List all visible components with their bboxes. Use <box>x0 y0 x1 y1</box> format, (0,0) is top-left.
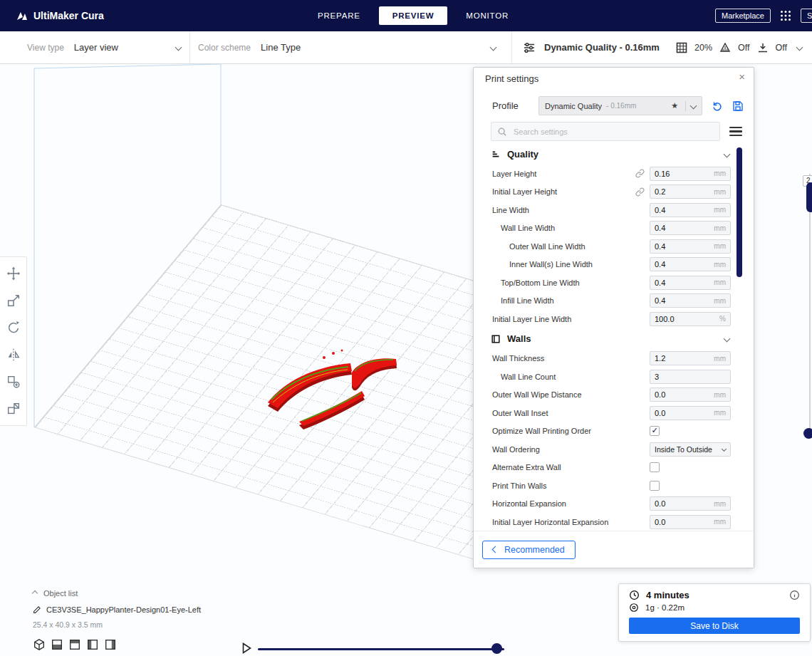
info-icon[interactable] <box>789 590 800 600</box>
model-preview <box>268 350 397 430</box>
setting-row: Initial Layer Horizontal Expansion 0.0 m… <box>474 513 754 531</box>
search-icon <box>497 127 507 137</box>
wall-ordering-select[interactable]: Inside To Outside <box>650 442 731 457</box>
chevron-down-icon <box>175 44 182 51</box>
per-model-settings-icon[interactable] <box>6 374 21 390</box>
color-scheme-dropdown[interactable]: Color scheme Line Type <box>198 31 506 63</box>
chevron-up-icon <box>32 590 38 596</box>
setting-input[interactable]: 0.4 mm <box>650 293 731 308</box>
sign-in-button[interactable]: Sign in <box>801 9 812 23</box>
walls-icon <box>491 334 501 344</box>
view-right-icon[interactable] <box>104 638 117 651</box>
link-icon[interactable] <box>635 169 645 178</box>
ultimaker-logo-icon <box>16 10 28 21</box>
setting-input[interactable]: 0.0 mm <box>650 515 731 529</box>
model-dimensions: 25.4 x 40.9 x 3.5 mm <box>33 620 103 629</box>
setting-row: Initial Layer Height 0.2 mm <box>474 183 754 202</box>
view-type-label: View type <box>27 43 64 53</box>
tab-preview[interactable]: PREVIEW <box>379 6 448 25</box>
scale-icon[interactable] <box>6 293 21 308</box>
apps-grid-icon[interactable] <box>780 10 791 21</box>
setting-row: Outer Wall Line Width 0.4 mm <box>474 237 754 256</box>
checkbox-unchecked[interactable] <box>650 462 660 472</box>
mirror-icon[interactable] <box>6 347 21 363</box>
simulation-slider-track[interactable] <box>258 648 504 650</box>
play-icon[interactable] <box>240 642 253 655</box>
print-setup-selector[interactable]: Dynamic Quality - 0.16mm 20% Off Off <box>523 31 802 63</box>
close-icon[interactable]: × <box>739 71 745 82</box>
search-settings-box[interactable] <box>491 122 720 141</box>
rotate-icon[interactable] <box>6 320 21 335</box>
setting-input[interactable]: 3 <box>650 370 731 384</box>
tab-monitor[interactable]: MONITOR <box>466 11 509 20</box>
brand-name: UltiMaker Cura <box>33 10 104 21</box>
link-icon[interactable] <box>635 187 645 197</box>
view-left-icon[interactable] <box>86 638 99 651</box>
profile-row: Profile Dynamic Quality - 0.16mm ★ <box>492 96 746 115</box>
checkbox-unchecked[interactable] <box>650 481 660 491</box>
chevron-down-icon <box>722 447 727 452</box>
simulation-slider-handle[interactable] <box>491 643 502 654</box>
view-toolbar: View type Layer view Color scheme Line T… <box>0 31 812 64</box>
view-type-value: Layer view <box>74 42 118 53</box>
setting-input[interactable]: 0.0 mm <box>650 406 731 420</box>
tab-prepare[interactable]: PREPARE <box>318 11 360 20</box>
toolbar-divider <box>189 31 190 63</box>
layer-slider-upper-handle[interactable] <box>806 182 812 212</box>
object-list-toggle[interactable]: Object list <box>33 589 78 598</box>
undo-profile-icon[interactable] <box>712 100 723 112</box>
stage-tabs: PREPARE PREVIEW MONITOR <box>318 0 509 31</box>
setting-input[interactable]: 0.0 mm <box>650 496 731 511</box>
search-row <box>491 122 746 141</box>
setting-input[interactable]: 0.0 mm <box>650 387 731 402</box>
layer-slider-lower-handle[interactable] <box>803 428 812 439</box>
view-top-icon[interactable] <box>68 638 81 651</box>
summary-support: Off <box>738 43 749 53</box>
settings-scrollbar-thumb[interactable] <box>736 147 742 277</box>
material-estimate: 1g · 0.22m <box>645 603 685 612</box>
setting-input[interactable]: 0.4 mm <box>650 239 731 254</box>
profile-dropdown[interactable]: Dynamic Quality - 0.16mm ★ <box>538 96 702 115</box>
section-quality[interactable]: Quality <box>474 143 754 165</box>
setting-row: Initial Layer Line Width 100.0 % <box>474 310 754 328</box>
setting-input[interactable]: 0.4 mm <box>650 257 731 271</box>
save-to-disk-button[interactable]: Save to Disk <box>629 618 800 634</box>
setting-input[interactable]: 0.16 mm <box>650 167 731 181</box>
quality-icon <box>491 149 501 159</box>
save-profile-icon[interactable] <box>732 100 744 112</box>
setting-row: Outer Wall Wipe Distance 0.0 mm <box>474 386 754 405</box>
setting-row: Infill Line Width 0.4 mm <box>474 292 754 311</box>
setting-input[interactable]: 100.0 % <box>650 312 731 326</box>
search-input[interactable] <box>512 127 714 137</box>
star-icon[interactable]: ★ <box>671 101 678 110</box>
move-icon[interactable] <box>6 266 21 281</box>
panel-title: Print settings <box>485 73 538 84</box>
setting-row: Wall Ordering Inside To Outside <box>474 440 754 459</box>
support-blocker-icon[interactable] <box>6 401 21 417</box>
marketplace-button[interactable]: Marketplace <box>715 9 771 23</box>
setting-row: Alternate Extra Wall <box>474 459 754 477</box>
section-walls[interactable]: Walls <box>474 328 754 350</box>
view-type-dropdown[interactable]: View type Layer view <box>27 31 191 63</box>
pencil-icon <box>33 605 42 614</box>
layer-slider-track[interactable] <box>809 174 811 439</box>
model-list-item[interactable]: CE3V3SE_HappyPlanter-Design01-Eye-Left <box>33 605 201 614</box>
toolbar-divider <box>511 31 512 63</box>
setting-row: Layer Height 0.16 mm <box>474 165 754 183</box>
header-actions: Marketplace Sign in <box>715 0 812 31</box>
settings-visibility-menu-icon[interactable] <box>729 127 742 137</box>
model-name: CE3V3SE_HappyPlanter-Design01-Eye-Left <box>46 605 201 614</box>
support-icon <box>719 42 731 53</box>
view-3d-icon[interactable] <box>33 638 46 651</box>
recommended-button[interactable]: Recommended <box>482 541 576 559</box>
setting-row: Inner Wall(s) Line Width 0.4 mm <box>474 256 754 274</box>
build-volume-edges <box>34 64 221 427</box>
setting-input[interactable]: 0.4 mm <box>650 276 731 290</box>
setting-input[interactable]: 0.2 mm <box>650 184 731 199</box>
color-scheme-value: Line Type <box>261 42 301 53</box>
setting-input[interactable]: 0.4 mm <box>650 221 731 235</box>
setting-input[interactable]: 1.2 mm <box>650 351 731 365</box>
view-front-icon[interactable] <box>51 638 63 651</box>
setting-input[interactable]: 0.4 mm <box>650 203 731 217</box>
checkbox-checked[interactable] <box>650 426 660 436</box>
